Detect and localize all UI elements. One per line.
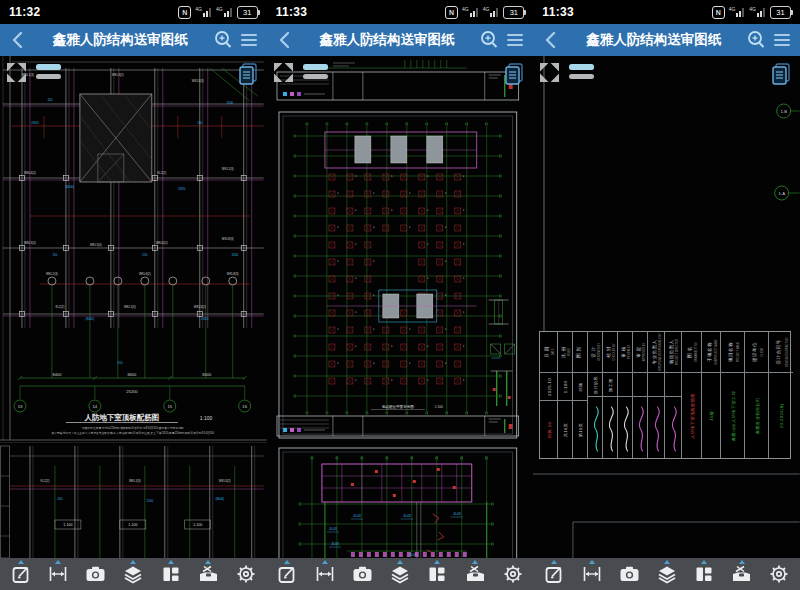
svg-text:1500: 1500 [226, 101, 233, 105]
titleblock-value [633, 372, 647, 396]
svg-text:8400: 8400 [127, 372, 137, 377]
sheet-title: 基础桩位平面布置图 1:100 [371, 404, 443, 410]
submenu-caret [739, 560, 745, 564]
toolbox-button[interactable] [462, 560, 488, 588]
settings-button[interactable] [500, 560, 526, 588]
bottom-toolbar [0, 558, 267, 590]
signal-icon-1: 4G [729, 7, 746, 17]
svg-text:(8400): (8400) [215, 497, 224, 501]
layout-button[interactable] [424, 560, 450, 588]
svg-text:WKL3(2): WKL3(2) [24, 241, 36, 245]
sheet2-building [322, 464, 472, 502]
settings-button[interactable] [233, 560, 259, 588]
cad-drawing-pile-plan: 基础桩位平面布置图 1:100 JL03 JL03 JL03 [267, 56, 534, 558]
svg-text:1:100: 1:100 [200, 415, 213, 421]
svg-text:250: 250 [57, 497, 62, 501]
layers-button[interactable] [120, 560, 146, 588]
svg-text:WKL6(2): WKL6(2) [139, 272, 151, 276]
camera-button[interactable] [616, 560, 642, 588]
titleblock-value: 施工图 [603, 372, 617, 396]
svg-text:1:100: 1:100 [434, 405, 442, 409]
titleblock-value: 共16页 [558, 400, 572, 458]
cad-viewport-3[interactable]: 1-B 1-A 日 期DATE2025.10结施-16比 例SCALE1:100… [533, 56, 800, 558]
titleblock-column: 校 对CHECKED BY施工图 [602, 332, 617, 458]
svg-text:8400: 8400 [202, 372, 212, 377]
layout-button[interactable] [158, 560, 184, 588]
svg-text:JL03: JL03 [453, 512, 461, 516]
fullscreen-icon[interactable] [6, 62, 27, 87]
edit-tool-button[interactable] [8, 560, 34, 588]
building-top-band [325, 132, 477, 168]
toolbox-button[interactable] [729, 560, 755, 588]
submenu-caret [130, 560, 136, 564]
notes-icon[interactable] [501, 61, 526, 90]
measure-tool-button[interactable] [312, 560, 338, 588]
back-button[interactable] [274, 29, 296, 51]
submenu-caret [55, 560, 61, 564]
dimension-strip: 8400 8400 8400 25200 13 14 15 16 [14, 372, 251, 412]
submenu-caret [472, 560, 478, 564]
svg-text:1-100: 1-100 [63, 523, 72, 527]
menu-icon[interactable] [771, 29, 793, 51]
svg-text:WKL6(2): WKL6(2) [24, 171, 36, 175]
notes-icon[interactable] [768, 61, 793, 90]
grid-bubble-1A: 1-A [775, 186, 800, 200]
submenu-caret [701, 560, 707, 564]
layer-bars-icon[interactable] [303, 64, 328, 79]
zoom-search-icon[interactable] [478, 29, 500, 51]
svg-text:250: 250 [142, 253, 147, 257]
layers-button[interactable] [387, 560, 413, 588]
svg-text:JL03: JL03 [331, 542, 339, 546]
svg-text:WKL1(3): WKL1(3) [222, 167, 234, 171]
edit-tool-button[interactable] [274, 560, 300, 588]
settings-button[interactable] [766, 560, 792, 588]
layers-button[interactable] [654, 560, 680, 588]
layer-bars-icon[interactable] [36, 64, 61, 79]
measure-tool-button[interactable] [579, 560, 605, 588]
nav-bar: 鑫雅人防结构送审图纸 [267, 24, 534, 56]
titleblock-value [665, 372, 681, 396]
camera-button[interactable] [349, 560, 375, 588]
svg-text:2Φ20: 2Φ20 [178, 187, 186, 191]
layout-button[interactable] [691, 560, 717, 588]
titleblock-value: 结施 [573, 372, 587, 400]
cad-viewport-2[interactable]: 基础桩位平面布置图 1:100 JL03 JL03 JL03 [267, 56, 534, 558]
drawing-titleblock-table: 日 期DATE2025.10结施-16比 例SCALE1:100共16页图 别结… [539, 331, 791, 459]
svg-text:WKL1(3): WKL1(3) [124, 305, 136, 309]
svg-text:1-B: 1-B [781, 109, 788, 114]
svg-text:WKL5(3): WKL5(3) [192, 79, 204, 83]
svg-text:本图所标注板厚均为h=250mm,楼板配筋双层双向均Φ14@: 本图所标注板厚均为h=250mm,楼板配筋双层双向均Φ14@200,图中其余为附… [82, 426, 184, 430]
titleblock-column: 审 定APPROVED BY [632, 332, 647, 458]
zoom-search-icon[interactable] [745, 29, 767, 51]
measure-tool-button[interactable] [45, 560, 71, 588]
nav-bar: 鑫雅人防结构送审图纸 [533, 24, 800, 56]
svg-text:8400: 8400 [52, 372, 62, 377]
back-button[interactable] [7, 29, 29, 51]
back-button[interactable] [540, 29, 562, 51]
camera-button[interactable] [83, 560, 109, 588]
toolbox-button[interactable] [195, 560, 221, 588]
layer-bars-icon[interactable] [569, 64, 594, 79]
signal-icon-2: 4G [216, 7, 233, 17]
cad-viewport-1[interactable]: WKL1(3)WKL3(2)WKL5(3)WKL6(2)WKL8(3)KL2(2… [0, 56, 267, 558]
menu-icon[interactable] [504, 29, 526, 51]
svg-text:150: 150 [52, 253, 57, 257]
grid-bubble-1B: 1-B [777, 104, 800, 118]
titleblock-value: 1#楼 [702, 372, 720, 458]
titleblock-column: 图 名DRAWING TITLE人防地下室顶板配筋图 [681, 332, 701, 458]
zoom-search-icon[interactable] [212, 29, 234, 51]
svg-text:WKL3(2): WKL3(2) [112, 73, 124, 77]
signature [648, 396, 664, 458]
submenu-caret [551, 560, 557, 564]
notes-icon[interactable] [235, 61, 260, 90]
signal-icon-1: 4G [462, 7, 479, 17]
screen: 11:32 N 4G 4G 31 鑫雅人防结构送审图纸 WKL1(3)WKL3(… [0, 0, 800, 590]
fullscreen-icon[interactable] [273, 62, 294, 87]
fullscreen-icon[interactable] [539, 62, 560, 87]
edit-tool-button[interactable] [541, 560, 567, 588]
menu-icon[interactable] [238, 29, 260, 51]
page-title: 鑫雅人防结构送审图纸 [566, 31, 741, 49]
svg-text:JL03: JL03 [329, 527, 337, 531]
titleblock-column: 子项名称SUBPROJECT NAME1#楼 [701, 332, 720, 458]
titleblock-value: 设计阶段 [588, 372, 602, 396]
